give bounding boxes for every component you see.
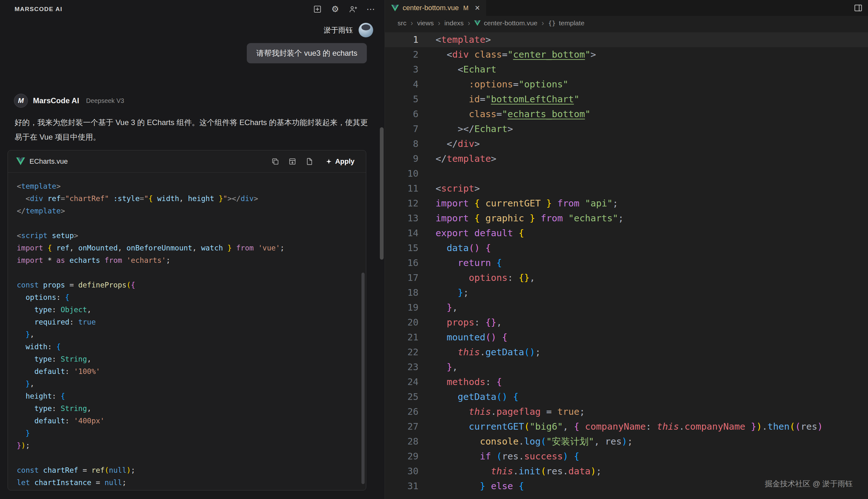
- settings-gear-icon[interactable]: ⚙: [330, 4, 340, 14]
- line-number[interactable]: 4: [385, 77, 436, 92]
- line-number[interactable]: 21: [385, 330, 436, 345]
- editor-code[interactable]: 1<template>2 <div class="center_bottom">…: [385, 31, 868, 499]
- breadcrumb-item-file[interactable]: center-bottom.vue: [474, 19, 537, 27]
- share-user-icon[interactable]: [348, 4, 358, 14]
- line-number[interactable]: 6: [385, 107, 436, 122]
- tab-center-bottom-vue[interactable]: center-bottom.vue M ×: [385, 0, 486, 16]
- code-line[interactable]: type: String,: [17, 402, 366, 415]
- line-number[interactable]: 28: [385, 434, 436, 449]
- code-line[interactable]: default: '400px': [17, 415, 366, 427]
- code-line[interactable]: 19 },: [385, 300, 868, 315]
- line-number[interactable]: 27: [385, 419, 436, 434]
- code-line[interactable]: height: {: [17, 390, 366, 402]
- line-number[interactable]: 9: [385, 151, 436, 166]
- line-number[interactable]: 13: [385, 211, 436, 226]
- code-line[interactable]: const props = defineProps({: [17, 279, 366, 291]
- apply-button[interactable]: Apply: [323, 156, 358, 168]
- line-number[interactable]: 17: [385, 270, 436, 285]
- line-number[interactable]: 24: [385, 375, 436, 389]
- code-line[interactable]: 29 if (res.success) {: [385, 449, 868, 464]
- code-line[interactable]: type: Object,: [17, 304, 366, 316]
- code-line[interactable]: 10: [385, 166, 868, 181]
- card-scrollbar[interactable]: [361, 272, 365, 484]
- line-number[interactable]: 3: [385, 62, 436, 77]
- line-number[interactable]: 18: [385, 285, 436, 300]
- breadcrumb-item-indexs[interactable]: indexs: [444, 19, 464, 27]
- code-line[interactable]: 1<template>: [385, 32, 868, 47]
- code-line[interactable]: 20 props: {},: [385, 315, 868, 330]
- code-line[interactable]: },: [17, 378, 366, 390]
- code-line[interactable]: options: {: [17, 291, 366, 304]
- code-line[interactable]: const chartRef = ref(null);: [17, 464, 366, 476]
- code-line[interactable]: 21 mounted() {: [385, 330, 868, 345]
- code-line[interactable]: type: String,: [17, 353, 366, 365]
- new-chat-icon[interactable]: [312, 4, 323, 14]
- line-number[interactable]: 20: [385, 315, 436, 330]
- code-line[interactable]: import { ref, onMounted, onBeforeUnmount…: [17, 242, 366, 254]
- code-line[interactable]: 12import { currentGET } from "api";: [385, 196, 868, 211]
- code-line[interactable]: 24 methods: {: [385, 375, 868, 389]
- line-number[interactable]: 29: [385, 449, 436, 464]
- line-number[interactable]: 31: [385, 479, 436, 494]
- code-line[interactable]: 4 :options="options": [385, 77, 868, 92]
- line-number[interactable]: 19: [385, 300, 436, 315]
- code-line[interactable]: </template>: [17, 205, 366, 217]
- split-editor-icon[interactable]: [853, 3, 863, 13]
- code-line[interactable]: 2 <div class="center_bottom">: [385, 47, 868, 62]
- code-line[interactable]: import * as echarts from 'echarts';: [17, 254, 366, 267]
- code-line[interactable]: 7 ></Echart>: [385, 122, 868, 136]
- code-line[interactable]: [17, 452, 366, 464]
- insert-code-icon[interactable]: [288, 157, 297, 166]
- card-code[interactable]: <template> <div ref="chartRef" :style="{…: [8, 173, 366, 489]
- line-number[interactable]: 12: [385, 196, 436, 211]
- line-number[interactable]: 1: [385, 32, 436, 47]
- copy-code-icon[interactable]: [271, 157, 279, 166]
- code-line[interactable]: 23 },: [385, 360, 868, 375]
- line-number[interactable]: 10: [385, 166, 436, 181]
- new-file-icon[interactable]: [305, 157, 314, 166]
- more-actions-icon[interactable]: ⋯: [365, 4, 376, 14]
- code-line[interactable]: [17, 267, 366, 279]
- code-line[interactable]: 8 </div>: [385, 136, 868, 151]
- tab-close-icon[interactable]: ×: [475, 4, 480, 12]
- code-line[interactable]: 28 console.log("安装计划", res);: [385, 434, 868, 449]
- code-line[interactable]: 18 };: [385, 285, 868, 300]
- breadcrumb-item-src[interactable]: src: [398, 19, 407, 27]
- code-line[interactable]: let chartInstance = null;: [17, 476, 366, 489]
- code-line[interactable]: 11<script>: [385, 181, 868, 196]
- code-line[interactable]: width: {: [17, 341, 366, 353]
- line-number[interactable]: 30: [385, 464, 436, 479]
- code-line[interactable]: }: [17, 427, 366, 439]
- code-line[interactable]: 16 return {: [385, 256, 868, 270]
- code-line[interactable]: 3 <Echart: [385, 62, 868, 77]
- breadcrumb-item-template[interactable]: {} template: [548, 19, 584, 27]
- code-line[interactable]: 27 currentGET("big6", { companyName: thi…: [385, 419, 868, 434]
- code-line[interactable]: },: [17, 328, 366, 341]
- code-line[interactable]: 26 this.pageflag = true;: [385, 404, 868, 419]
- code-line[interactable]: 9</template>: [385, 151, 868, 166]
- line-number[interactable]: 2: [385, 47, 436, 62]
- line-number[interactable]: 7: [385, 122, 436, 136]
- line-number[interactable]: 23: [385, 360, 436, 375]
- line-number[interactable]: 5: [385, 92, 436, 107]
- line-number[interactable]: 11: [385, 181, 436, 196]
- breadcrumb-item-views[interactable]: views: [417, 19, 434, 27]
- code-line[interactable]: <div ref="chartRef" :style="{ width, hei…: [17, 193, 366, 205]
- code-line[interactable]: default: '100%': [17, 365, 366, 378]
- line-number[interactable]: 16: [385, 256, 436, 270]
- code-line[interactable]: 30 this.init(res.data);: [385, 464, 868, 479]
- code-line[interactable]: 5 id="bottomLeftChart": [385, 92, 868, 107]
- line-number[interactable]: 22: [385, 345, 436, 360]
- line-number[interactable]: 8: [385, 136, 436, 151]
- line-number[interactable]: 25: [385, 389, 436, 404]
- code-line[interactable]: 14export default {: [385, 226, 868, 241]
- code-line[interactable]: 22 this.getData();: [385, 345, 868, 360]
- line-number[interactable]: 26: [385, 404, 436, 419]
- line-number[interactable]: 14: [385, 226, 436, 241]
- code-line[interactable]: 6 class="echarts_bottom": [385, 107, 868, 122]
- code-line[interactable]: });: [17, 439, 366, 452]
- code-line[interactable]: 15 data() {: [385, 241, 868, 256]
- code-line[interactable]: <script setup>: [17, 230, 366, 242]
- code-line[interactable]: <template>: [17, 180, 366, 193]
- code-line[interactable]: 17 options: {},: [385, 270, 868, 285]
